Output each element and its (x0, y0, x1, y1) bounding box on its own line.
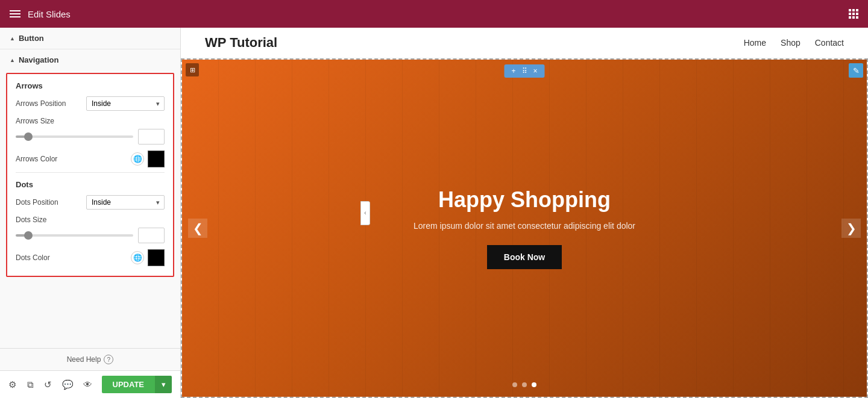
dots-position-select-wrapper: Inside Outside Hidden (86, 195, 165, 210)
update-dropdown-button[interactable]: ▾ (155, 376, 172, 393)
slide-title: Happy Shopping (414, 187, 635, 213)
dots-size-label: Dots Size (16, 216, 165, 224)
hamburger-menu[interactable] (10, 10, 20, 17)
update-button[interactable]: UPDATE (102, 376, 155, 393)
need-help-link[interactable]: Need Help ? (67, 355, 114, 364)
admin-bar: Edit Slides (0, 0, 868, 28)
bottom-bar: Need Help ? (0, 348, 180, 370)
footer-toolbar: ⚙ ⧉ ↺ 💬 👁 UPDATE ▾ (0, 370, 180, 398)
arrows-size-input[interactable] (138, 129, 165, 145)
dots-position-row: Dots Position Inside Outside Hidden (16, 195, 165, 210)
navigation-panel: Arrows Arrows Position Inside Outside Hi… (6, 73, 174, 277)
slide-toolbar: + ⠿ × (504, 64, 544, 78)
slider-dots (512, 382, 536, 387)
apps-grid-icon[interactable] (849, 9, 858, 19)
dots-color-controls: 🌐 (131, 249, 165, 266)
arrows-color-global-icon[interactable]: 🌐 (131, 152, 144, 166)
dots-position-select[interactable]: Inside Outside Hidden (86, 195, 165, 210)
dots-color-label: Dots Color (16, 253, 50, 262)
arrows-color-row: Arrows Color 🌐 (16, 151, 165, 167)
nav-item-contact[interactable]: Contact (815, 38, 844, 48)
slider-next-arrow[interactable]: ❯ (841, 219, 861, 238)
layers-icon[interactable]: ⧉ (27, 378, 35, 391)
site-logo: WP Tutorial (205, 35, 277, 51)
slide-move-btn[interactable]: ⠿ (520, 67, 530, 75)
dot-1[interactable] (512, 382, 517, 387)
arrows-color-label: Arrows Color (16, 155, 57, 163)
dot-2[interactable] (522, 382, 527, 387)
preview-area: ‹ WP Tutorial Home Shop Contact + ⠿ (181, 28, 868, 398)
history-icon[interactable]: ↺ (44, 378, 52, 391)
arrows-size-slider[interactable] (16, 135, 133, 138)
arrows-position-row: Arrows Position Inside Outside Hidden (16, 96, 165, 111)
dots-section-title: Dots (16, 180, 165, 189)
arrows-position-select[interactable]: Inside Outside Hidden (86, 96, 165, 111)
eye-icon[interactable]: 👁 (83, 378, 92, 391)
admin-bar-title: Edit Slides (28, 9, 71, 19)
site-nav: Home Shop Contact (744, 38, 844, 48)
dots-position-label: Dots Position (16, 198, 58, 207)
arrows-section-title: Arrows (16, 81, 165, 90)
dot-3[interactable] (532, 382, 536, 387)
slide-edit-icon[interactable]: ✎ (849, 63, 863, 78)
slide-handle-icon[interactable]: ⊞ (186, 63, 199, 76)
settings-icon[interactable]: ⚙ (8, 378, 17, 391)
dots-color-swatch[interactable] (148, 249, 165, 266)
section-divider (16, 172, 165, 173)
dots-size-row: Dots Size (16, 216, 165, 243)
website-preview: WP Tutorial Home Shop Contact + ⠿ × (181, 28, 868, 398)
arrows-color-controls: 🌐 (131, 151, 165, 167)
slide-add-btn[interactable]: + (509, 67, 518, 75)
panel-collapse-arrow[interactable]: ‹ (360, 201, 370, 225)
arrows-size-row: Arrows Size (16, 117, 165, 145)
sidebar: Button Navigation Arrows Arrows Position… (0, 28, 181, 398)
dots-size-input[interactable] (138, 228, 165, 243)
help-icon: ? (104, 355, 113, 364)
arrows-position-select-wrapper: Inside Outside Hidden (86, 96, 165, 111)
slide-close-btn[interactable]: × (531, 67, 540, 75)
main-layout: Button Navigation Arrows Arrows Position… (0, 28, 868, 398)
update-btn-group: UPDATE ▾ (102, 376, 172, 393)
dots-size-slider[interactable] (16, 234, 133, 237)
comment-icon[interactable]: 💬 (62, 378, 74, 391)
button-section-label: Button (19, 34, 44, 43)
nav-item-shop[interactable]: Shop (781, 38, 800, 48)
dots-color-global-icon[interactable]: 🌐 (131, 251, 144, 264)
slide-cta-button[interactable]: Book Now (487, 245, 562, 269)
nav-item-home[interactable]: Home (744, 38, 766, 48)
arrows-size-label: Arrows Size (16, 117, 165, 125)
button-section-header[interactable]: Button (0, 28, 180, 49)
navigation-section-header[interactable]: Navigation (0, 49, 180, 70)
slide-subtitle: Lorem ipsum dolor sit amet consectetur a… (414, 221, 635, 231)
dots-color-row: Dots Color 🌐 (16, 249, 165, 266)
slider-prev-arrow[interactable]: ❮ (188, 219, 207, 238)
slider-area: + ⠿ × ⊞ ✎ ❮ Happy Shopping L (181, 58, 868, 398)
slide-content: Happy Shopping Lorem ipsum dolor sit ame… (414, 187, 635, 269)
arrows-color-swatch[interactable] (148, 151, 165, 167)
need-help-label: Need Help (67, 355, 101, 364)
navigation-section-label: Navigation (19, 55, 58, 64)
slide-background: + ⠿ × ⊞ ✎ ❮ Happy Shopping L (182, 60, 867, 397)
site-header: WP Tutorial Home Shop Contact (181, 28, 868, 58)
arrows-position-label: Arrows Position (16, 99, 66, 108)
